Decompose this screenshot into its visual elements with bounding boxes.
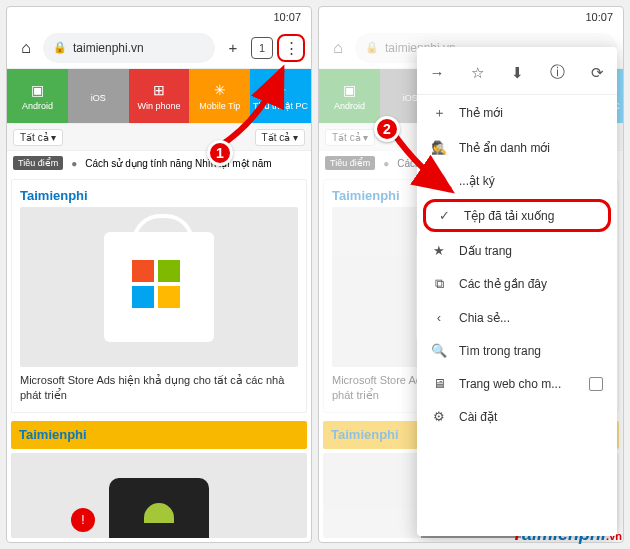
menu-item-1[interactable]: 🕵Thẻ ẩn danh mới: [417, 131, 617, 164]
status-bar: 10:07: [7, 7, 311, 27]
alert-icon: !: [71, 508, 95, 532]
category-android[interactable]: ▣Android: [7, 69, 68, 123]
menu-item-icon: 🕵: [431, 140, 447, 155]
menu-item-label: Trang web cho m...: [459, 377, 561, 391]
step-badge-1: 1: [207, 140, 233, 166]
category-label: Android: [22, 101, 53, 111]
browser-toolbar: ⌂ 🔒 taimienphi.vn + 1 ⋮: [7, 27, 311, 69]
menu-item-label: Chia sẻ...: [459, 311, 510, 325]
category-win-phone[interactable]: ⊞Win phone: [129, 69, 190, 123]
article-image: [20, 207, 298, 367]
menu-item-4[interactable]: ★Dấu trang: [417, 234, 617, 267]
url-bar[interactable]: 🔒 taimienphi.vn: [43, 33, 215, 63]
category-mobile-tip[interactable]: ✳Mobile Tip: [189, 69, 250, 123]
reload-button[interactable]: ⟳: [582, 58, 612, 88]
phone-right: 10:07 ⌂ 🔒 taimienphi.vn ▣AndroidiOS⊞Win …: [318, 6, 624, 543]
category-thủ-thuật-pc[interactable]: ✦Thủ thuật PC: [250, 69, 311, 123]
category-icon: ▣: [343, 82, 356, 98]
menu-item-7[interactable]: 🔍Tìm trong trang: [417, 334, 617, 367]
menu-item-icon: ✓: [436, 208, 452, 223]
windows-logo-icon: [132, 260, 180, 308]
filter-right[interactable]: Tất cả ▾: [255, 129, 305, 146]
download-button[interactable]: ⬇: [502, 58, 532, 88]
menu-item-0[interactable]: ＋Thẻ mới: [417, 95, 617, 131]
filter-left[interactable]: Tất cả ▾: [13, 129, 63, 146]
menu-item-icon: ★: [431, 243, 447, 258]
lock-icon: 🔒: [365, 41, 379, 54]
menu-item-icon: 🕘: [431, 173, 447, 188]
menu-item-label: Cài đặt: [459, 410, 497, 424]
menu-item-6[interactable]: ‹Chia sẻ...: [417, 301, 617, 334]
category-label: Mobile Tip: [199, 101, 240, 111]
menu-item-icon: ⧉: [431, 276, 447, 292]
tabs-button[interactable]: 1: [251, 37, 273, 59]
news-tag: Tiêu điểm: [13, 156, 63, 170]
news-ticker: Tiêu điểm ● Cách sử dụng tính năng Nhìn …: [7, 151, 311, 175]
article-title: Microsoft Store Ads hiện khả dụng cho tấ…: [20, 373, 298, 404]
status-bar: 10:07: [319, 7, 623, 27]
android-icon: [144, 503, 174, 523]
menu-item-label: Thẻ mới: [459, 106, 503, 120]
clock: 10:07: [585, 11, 613, 23]
menu-item-icon: 🖥: [431, 376, 447, 391]
news-text[interactable]: Cách sử dụng tính năng Nhìn lại một năm: [85, 158, 271, 169]
category-icon: ▣: [31, 82, 44, 98]
category-icon: ✦: [275, 82, 287, 98]
more-menu-button[interactable]: ⋮: [277, 34, 305, 62]
second-article-image: !: [11, 453, 307, 538]
menu-item-icon: ‹: [431, 310, 447, 325]
url-text: taimienphi.vn: [73, 41, 144, 55]
lock-icon: 🔒: [53, 41, 67, 54]
category-icon: ⊞: [153, 82, 165, 98]
new-tab-button[interactable]: +: [219, 34, 247, 62]
phone-mock-icon: [109, 478, 209, 538]
phone-left: 10:07 ⌂ 🔒 taimienphi.vn + 1 ⋮ ▣AndroidiO…: [6, 6, 312, 543]
menu-item-label: Các thẻ gần đây: [459, 277, 547, 291]
menu-item-label: Thẻ ẩn danh mới: [459, 141, 550, 155]
overflow-menu: → ☆ ⬇ ⓘ ⟳ ＋Thẻ mới🕵Thẻ ẩn danh mới🕘...ật…: [417, 47, 617, 536]
category-label: Win phone: [137, 101, 180, 111]
info-button[interactable]: ⓘ: [542, 58, 572, 88]
filter-bar: Tất cả ▾ Tất cả ▾: [7, 123, 311, 151]
checkbox-icon[interactable]: [589, 377, 603, 391]
forward-button[interactable]: →: [422, 58, 452, 88]
menu-item-3[interactable]: ✓Tệp đã tải xuống: [423, 199, 611, 232]
category-label: iOS: [91, 93, 106, 103]
menu-item-icon: ＋: [431, 104, 447, 122]
more-vert-icon: ⋮: [284, 39, 299, 57]
menu-item-9[interactable]: ⚙Cài đặt: [417, 400, 617, 433]
home-icon[interactable]: ⌂: [13, 39, 39, 57]
banner-brand: Taimienphi: [19, 427, 87, 442]
home-icon: ⌂: [325, 39, 351, 57]
menu-item-icon: ⚙: [431, 409, 447, 424]
category-label: iOS: [403, 93, 418, 103]
site-brand: Taimienphi: [20, 188, 298, 203]
yellow-banner: Taimienphi: [11, 421, 307, 449]
menu-item-label: ...ật ký: [459, 174, 495, 188]
bookmark-star-button[interactable]: ☆: [462, 58, 492, 88]
category-label: Thủ thuật PC: [253, 101, 308, 111]
menu-item-label: Tìm trong trang: [459, 344, 541, 358]
menu-item-8[interactable]: 🖥Trang web cho m...: [417, 367, 617, 400]
menu-top-row: → ☆ ⬇ ⓘ ⟳: [417, 51, 617, 95]
menu-item-icon: 🔍: [431, 343, 447, 358]
category-icon: ✳: [214, 82, 226, 98]
article-card[interactable]: Taimienphi Microsoft Store Ads hiện khả …: [11, 179, 307, 413]
category-row: ▣AndroidiOS⊞Win phone✳Mobile Tip✦Thủ thu…: [7, 69, 311, 123]
menu-item-label: Dấu trang: [459, 244, 512, 258]
shopping-bag-icon: [104, 232, 214, 342]
step-badge-2: 2: [374, 116, 400, 142]
category-label: Android: [334, 101, 365, 111]
news-bullet: ●: [71, 158, 77, 169]
category-android[interactable]: ▣Android: [319, 69, 380, 123]
clock: 10:07: [273, 11, 301, 23]
menu-item-label: Tệp đã tải xuống: [464, 209, 554, 223]
menu-item-2[interactable]: 🕘...ật ký: [417, 164, 617, 197]
category-ios[interactable]: iOS: [68, 69, 129, 123]
tutorial-container: 10:07 ⌂ 🔒 taimienphi.vn + 1 ⋮ ▣AndroidiO…: [0, 0, 630, 549]
menu-list: ＋Thẻ mới🕵Thẻ ẩn danh mới🕘...ật ký✓Tệp đã…: [417, 95, 617, 433]
menu-item-5[interactable]: ⧉Các thẻ gần đây: [417, 267, 617, 301]
